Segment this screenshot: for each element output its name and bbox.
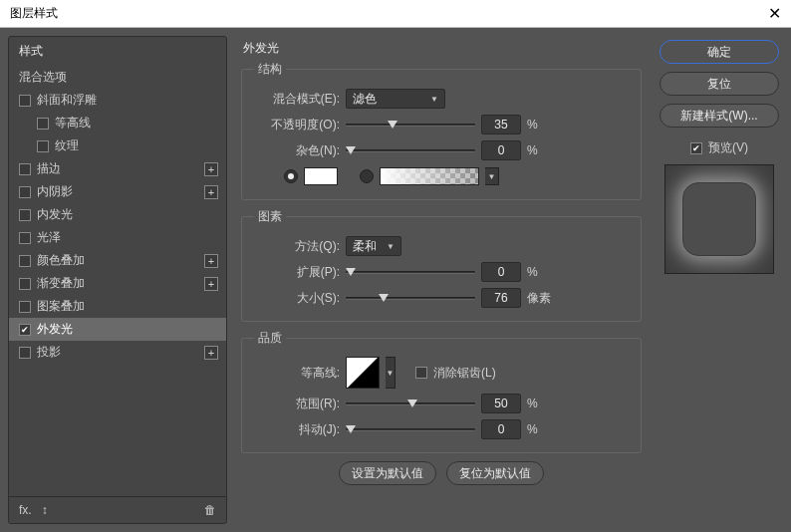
checkbox-color-overlay[interactable] [19,255,31,267]
group-elements: 图素 方法(Q): 柔和 ▼ 扩展(P): 0 % [241,208,642,322]
trash-icon[interactable]: 🗑 [204,503,216,517]
sidebar-item-color-overlay[interactable]: 颜色叠加 + [9,249,226,272]
antialias-checkbox[interactable] [415,367,427,379]
contour-picker[interactable] [346,357,380,389]
sidebar-item-gradient-overlay[interactable]: 渐变叠加 + [9,272,226,295]
technique-value: 柔和 [353,238,377,255]
legend-quality: 品质 [254,330,286,347]
range-label: 范围(R): [254,396,340,412]
add-effect-icon[interactable]: + [204,254,218,268]
sidebar-item-label: 纹理 [55,137,79,154]
fx-menu-icon[interactable]: fx. [19,503,32,517]
sidebar-item-drop-shadow[interactable]: 投影 + [9,341,226,364]
contour-dropdown-icon[interactable]: ▼ [386,357,396,389]
checkbox-outer-glow[interactable] [19,324,31,336]
opacity-input[interactable]: 35 [481,115,521,134]
preview-checkbox[interactable] [690,142,702,154]
add-effect-icon[interactable]: + [204,277,218,291]
chevron-down-icon: ▼ [430,95,438,104]
main-area: 外发光 结构 混合模式(E): 滤色 ▼ 不透明度(O): 35 [235,36,783,524]
styles-sidebar: 样式 混合选项 斜面和浮雕 等高线 纹理 描边 + 内阴影 + 内发光 光泽 颜… [8,36,227,524]
sidebar-item-label: 投影 [37,344,61,361]
sidebar-item-satin[interactable]: 光泽 [9,226,226,249]
checkbox-gradient-overlay[interactable] [19,278,31,290]
range-slider[interactable] [346,397,475,410]
checkbox-stroke[interactable] [19,163,31,175]
set-default-button[interactable]: 设置为默认值 [339,461,436,485]
technique-dropdown[interactable]: 柔和 ▼ [346,236,401,256]
window-title: 图层样式 [10,5,58,22]
color-swatch[interactable] [304,167,338,185]
checkbox-inner-shadow[interactable] [19,186,31,198]
reset-default-button[interactable]: 复位为默认值 [446,461,544,485]
sidebar-item-pattern-overlay[interactable]: 图案叠加 [9,295,226,318]
group-quality: 品质 等高线: ▼ 消除锯齿(L) 范围(R): 50 % [241,330,642,453]
noise-unit: % [527,143,557,157]
blend-mode-value: 滤色 [353,91,377,108]
sidebar-item-label: 内发光 [37,206,73,223]
sidebar-item-texture[interactable]: 纹理 [9,134,226,157]
jitter-slider[interactable] [346,422,475,436]
sidebar-item-label: 外发光 [37,321,73,338]
cancel-button[interactable]: 复位 [659,72,779,96]
sidebar-item-label: 光泽 [37,229,61,246]
sidebar-blending-options[interactable]: 混合选项 [9,66,226,89]
opacity-slider[interactable] [346,118,475,132]
preview-box [664,164,774,274]
sidebar-footer: fx. ↕ 🗑 [9,496,226,523]
blend-mode-dropdown[interactable]: 滤色 ▼ [346,89,445,109]
gradient-dropdown-icon[interactable]: ▼ [485,167,499,185]
up-down-icon[interactable]: ↕ [42,503,48,517]
noise-input[interactable]: 0 [481,140,521,160]
range-unit: % [527,397,557,410]
close-icon[interactable]: ✕ [768,4,781,23]
sidebar-item-outer-glow[interactable]: 外发光 [9,318,226,341]
dialog-body: 样式 混合选项 斜面和浮雕 等高线 纹理 描边 + 内阴影 + 内发光 光泽 颜… [0,28,791,532]
sidebar-item-label: 内阴影 [37,183,73,200]
checkbox-bevel[interactable] [19,95,31,107]
checkbox-inner-glow[interactable] [19,209,31,221]
blend-mode-label: 混合模式(E): [254,91,340,108]
legend-elements: 图素 [254,208,286,225]
checkbox-satin[interactable] [19,232,31,244]
sidebar-item-label: 描边 [37,160,61,177]
sidebar-item-contour[interactable]: 等高线 [9,112,226,134]
jitter-unit: % [527,422,557,436]
sidebar-item-inner-glow[interactable]: 内发光 [9,203,226,226]
checkbox-drop-shadow[interactable] [19,347,31,359]
settings-panel: 外发光 结构 混合模式(E): 滤色 ▼ 不透明度(O): 35 [235,36,648,524]
preview-label: 预览(V) [708,139,748,156]
opacity-unit: % [527,118,557,132]
gradient-radio[interactable] [360,169,374,183]
sidebar-item-stroke[interactable]: 描边 + [9,157,226,180]
sidebar-header: 样式 [9,37,226,66]
size-unit: 像素 [527,290,557,307]
sidebar-item-label: 颜色叠加 [37,252,85,269]
sidebar-item-bevel[interactable]: 斜面和浮雕 [9,89,226,112]
sidebar-item-label: 斜面和浮雕 [37,92,97,109]
spread-input[interactable]: 0 [481,262,521,282]
size-input[interactable]: 76 [481,288,521,308]
checkbox-contour[interactable] [37,118,49,130]
add-effect-icon[interactable]: + [204,185,218,199]
blending-options-label: 混合选项 [19,69,67,86]
gradient-swatch[interactable] [380,167,479,185]
jitter-input[interactable]: 0 [481,419,521,439]
ok-button[interactable]: 确定 [659,40,779,64]
new-style-button[interactable]: 新建样式(W)... [659,104,779,128]
add-effect-icon[interactable]: + [204,346,218,360]
sidebar-item-inner-shadow[interactable]: 内阴影 + [9,180,226,203]
add-effect-icon[interactable]: + [204,162,218,176]
size-slider[interactable] [346,291,475,305]
spread-slider[interactable] [346,265,475,279]
range-input[interactable]: 50 [481,394,521,413]
checkbox-texture[interactable] [37,140,49,152]
chevron-down-icon: ▼ [387,242,395,251]
checkbox-pattern-overlay[interactable] [19,301,31,313]
noise-slider[interactable] [346,143,475,157]
antialias-label: 消除锯齿(L) [433,365,496,382]
size-label: 大小(S): [254,290,340,307]
noise-label: 杂色(N): [254,142,340,159]
spread-label: 扩展(P): [254,264,340,281]
color-radio[interactable] [284,169,298,183]
